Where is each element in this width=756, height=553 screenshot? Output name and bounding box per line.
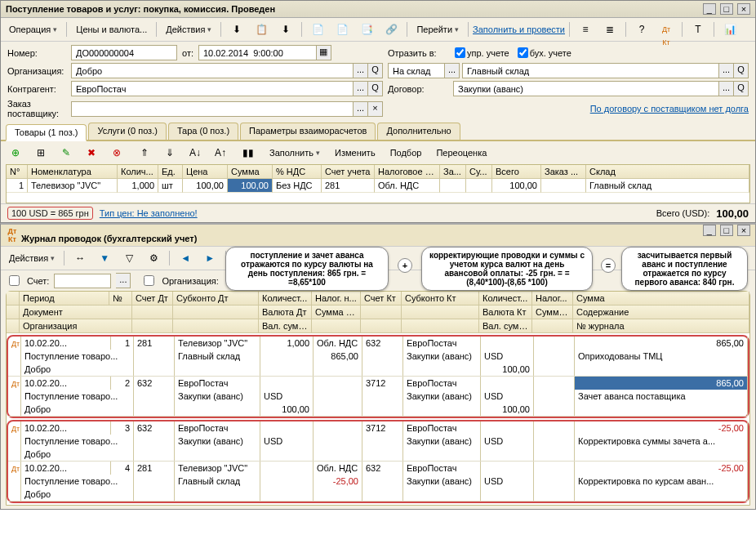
j-actions-menu[interactable]: Действия: [4, 251, 60, 265]
jcol-doc[interactable]: Документ: [20, 305, 132, 319]
acc-filter-checkbox[interactable]: [9, 275, 20, 286]
order-clear-button[interactable]: ×: [368, 101, 383, 117]
jcol-valsum2[interactable]: Вал. сумм...: [479, 319, 532, 333]
jcol-jn[interactable]: № журнала: [573, 319, 749, 333]
date-picker-button[interactable]: ▦: [317, 45, 331, 60]
goto-menu[interactable]: Перейти: [411, 22, 464, 37]
jcol-content[interactable]: Содержание: [573, 305, 749, 319]
base-doc-icon[interactable]: 📄: [331, 20, 354, 38]
col-order[interactable]: Заказ ...: [541, 165, 586, 179]
acc-filter-pick[interactable]: ...: [116, 273, 131, 288]
tab-additional[interactable]: Дополнительно: [377, 123, 460, 140]
minimize-button[interactable]: _: [703, 3, 716, 15]
debt-link[interactable]: По договору с поставщиком нет долга: [590, 104, 749, 114]
journal-grid[interactable]: Период № Счет Дт Субконто Дт Количест...…: [6, 291, 750, 506]
operation-menu[interactable]: Операция: [4, 22, 62, 37]
move-down-icon[interactable]: ⇓: [158, 144, 181, 162]
jcol-valdt[interactable]: Валюта Дт: [259, 305, 312, 319]
jcol-qty2[interactable]: Количест...: [479, 292, 532, 305]
j-next-icon[interactable]: ►: [198, 249, 221, 267]
goods-grid[interactable]: N° Номенклатура Колич... Ед. Цена Сумма …: [6, 164, 750, 203]
col-vat[interactable]: % НДС: [273, 165, 322, 179]
tab-goods[interactable]: Товары (1 поз.): [6, 124, 87, 141]
jcol-acckt[interactable]: Счет Кт: [361, 292, 402, 305]
list-icon[interactable]: ≡: [574, 20, 597, 38]
journal-entry[interactable]: Дт Кт10.02.20...3632ЕвроПостач3712ЕвроПо…: [8, 421, 748, 435]
org-input[interactable]: [71, 63, 354, 78]
org-pick-button[interactable]: ...: [354, 63, 368, 78]
journal-entry[interactable]: Дт Кт10.02.20...1281Телевизор "JVC"1,000…: [8, 337, 748, 350]
settings-icon[interactable]: ≣: [598, 20, 621, 38]
col-wh[interactable]: Склад: [586, 165, 749, 179]
org-filter-checkbox[interactable]: [144, 275, 154, 286]
jcol-org[interactable]: Организация: [20, 319, 132, 333]
actions-menu[interactable]: Действия: [161, 22, 216, 37]
col-za[interactable]: За...: [440, 165, 466, 179]
j-refresh-icon[interactable]: ↔: [69, 249, 91, 267]
tab-services[interactable]: Услуги (0 поз.): [88, 123, 166, 140]
maximize-button[interactable]: □: [720, 3, 733, 15]
col-tax[interactable]: Налоговое н...: [375, 165, 440, 179]
contract-input[interactable]: [453, 81, 719, 96]
wh-open-button[interactable]: Q: [734, 63, 749, 78]
jcol-n[interactable]: №: [109, 292, 132, 305]
sort-asc-icon[interactable]: A↓: [184, 144, 207, 162]
col-acc[interactable]: Счет учета: [322, 165, 375, 179]
tab-containers[interactable]: Тара (0 поз.): [168, 123, 238, 140]
post-close-icon[interactable]: ⬇: [274, 20, 297, 38]
jcol-subdt[interactable]: Субконто Дт: [173, 292, 259, 305]
j-settings-icon[interactable]: ⚙: [142, 249, 165, 267]
col-qty[interactable]: Колич...: [118, 165, 158, 179]
col-unit[interactable]: Ед.: [158, 165, 183, 179]
j-close[interactable]: ×: [737, 225, 750, 236]
create-based-icon[interactable]: 📑: [355, 20, 378, 38]
acc-acc-checkbox[interactable]: [518, 47, 528, 58]
wh-pick-button[interactable]: ...: [719, 63, 734, 78]
col-n[interactable]: N°: [7, 165, 28, 179]
j-minimize[interactable]: _: [703, 225, 716, 236]
number-input[interactable]: [71, 45, 177, 60]
close-button[interactable]: ×: [737, 3, 750, 15]
journal-entry[interactable]: Дт Кт10.02.20...4281Телевизор "JVC"Обл. …: [8, 462, 748, 475]
mgmt-acc-checkbox[interactable]: [455, 47, 465, 58]
edit-button[interactable]: Изменить: [330, 145, 380, 160]
jcol-sumnu[interactable]: Сумма (н/у) Дт: [312, 305, 361, 319]
save-icon[interactable]: 📋: [250, 20, 273, 38]
contr-pick-button[interactable]: ...: [354, 81, 368, 96]
jcol-valsum[interactable]: Вал. сум....: [259, 319, 312, 333]
select-button[interactable]: Подбор: [385, 145, 427, 160]
move-up-icon[interactable]: ⇑: [133, 144, 156, 162]
barcode-icon[interactable]: ▮▮: [237, 144, 260, 162]
wh-type-pick[interactable]: ...: [445, 63, 460, 78]
col-sum[interactable]: Сумма: [228, 165, 273, 179]
jcol-sum[interactable]: Сумма: [573, 292, 749, 305]
j-clear-filter-icon[interactable]: ▽: [118, 249, 140, 267]
col-total[interactable]: Всего: [492, 165, 541, 179]
col-su[interactable]: Су...: [466, 165, 492, 179]
j-maximize[interactable]: □: [720, 225, 733, 236]
order-pick-button[interactable]: ...: [354, 101, 368, 117]
dtkt-icon[interactable]: Дт Кт: [655, 20, 678, 38]
contract-pick-button[interactable]: ...: [719, 81, 734, 96]
sort-desc-icon[interactable]: A↑: [209, 144, 232, 162]
tab-settlements[interactable]: Параметры взаиморасчетов: [240, 123, 376, 140]
price-type-link[interactable]: Тип цен: Не заполнено!: [100, 208, 198, 218]
struct-icon[interactable]: 🔗: [380, 20, 402, 38]
t-icon[interactable]: T: [687, 20, 709, 38]
jcol-period[interactable]: Период: [20, 292, 109, 305]
jcol-subkt[interactable]: Субконто Кт: [402, 292, 479, 305]
contr-input[interactable]: [71, 81, 354, 96]
grid-row-1[interactable]: 1 Телевизор "JVC" 1,000 шт 100,00 100,00…: [7, 179, 749, 193]
edit-row-icon[interactable]: ✎: [55, 144, 78, 162]
delete-row-icon[interactable]: ✖: [80, 144, 103, 162]
fill-and-post-link[interactable]: Заполнить и провести: [473, 25, 565, 34]
col-price[interactable]: Цена: [183, 165, 228, 179]
order-input[interactable]: [71, 101, 354, 117]
jcol-valkt[interactable]: Валюта Кт: [479, 305, 532, 319]
add-row-icon[interactable]: ⊕: [4, 144, 27, 162]
print-icon[interactable]: 📄: [306, 20, 329, 38]
acc-filter-input[interactable]: [54, 274, 111, 288]
copy-row-icon[interactable]: ⊞: [29, 144, 52, 162]
wh-type-input[interactable]: [388, 63, 445, 78]
post-icon[interactable]: ⬇: [225, 20, 248, 38]
